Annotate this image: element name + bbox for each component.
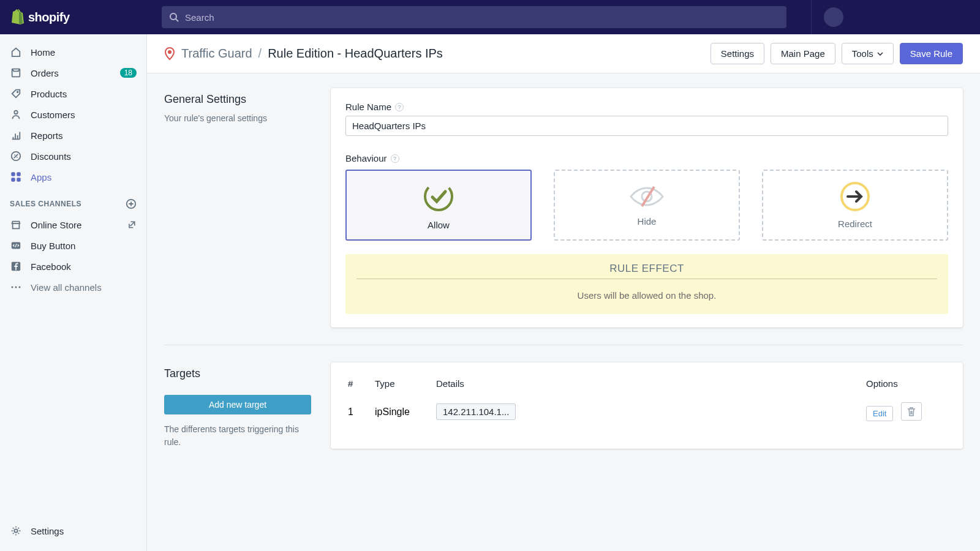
row-details: 142.211.104.1... [436, 407, 866, 418]
page-header: Traffic Guard / Rule Edition - HeadQuart… [147, 34, 980, 73]
general-settings-card: Rule Name? Behaviour? Allow Hide [331, 88, 963, 328]
home-icon [10, 46, 22, 58]
discount-icon [10, 150, 22, 162]
tag-icon [10, 88, 22, 100]
breadcrumb-sep: / [258, 47, 262, 61]
behaviour-label: Behaviour? [345, 153, 948, 163]
allow-check-icon [423, 181, 454, 212]
top-bar: shopify [0, 0, 980, 34]
col-num: # [348, 378, 375, 389]
behaviour-allow[interactable]: Allow [345, 170, 532, 241]
add-channel-icon[interactable] [126, 198, 137, 209]
targets-card: # Type Details Options 1 ipSingle 142.21… [331, 362, 963, 449]
brand-text: shopify [28, 10, 70, 24]
rule-name-input[interactable] [345, 116, 948, 136]
section-title: Targets [164, 367, 311, 380]
add-target-button[interactable]: Add new target [164, 395, 311, 414]
help-icon[interactable]: ? [395, 103, 404, 111]
main-page-button[interactable]: Main Page [771, 43, 835, 64]
search-field[interactable] [162, 6, 786, 28]
external-link-icon[interactable] [127, 220, 137, 230]
nav-apps[interactable]: Apps [0, 167, 146, 187]
breadcrumb: Traffic Guard / Rule Edition - HeadQuart… [164, 47, 443, 61]
nav-discounts[interactable]: Discounts [0, 146, 146, 167]
nav-label: Products [31, 89, 67, 99]
person-icon [10, 108, 22, 121]
behaviour-label-text: Redirect [838, 219, 872, 229]
search-input[interactable] [185, 12, 779, 23]
label-text: Rule Name [345, 102, 391, 112]
channels-heading: SALES CHANNELS [0, 187, 146, 214]
main-content: Traffic Guard / Rule Edition - HeadQuart… [147, 34, 980, 551]
save-rule-button[interactable]: Save Rule [900, 43, 963, 64]
tools-label: Tools [852, 48, 873, 59]
nav-customers[interactable]: Customers [0, 104, 146, 125]
view-all-channels[interactable]: View all channels [0, 277, 146, 298]
orders-icon [10, 67, 22, 79]
svg-point-3 [17, 91, 18, 92]
general-settings-heading: General Settings Your rule's general set… [164, 88, 311, 328]
effect-body: Users will be allowed on the shop. [356, 284, 937, 301]
chart-icon [10, 129, 22, 141]
svg-rect-6 [12, 173, 15, 176]
help-icon[interactable]: ? [391, 154, 399, 163]
svg-rect-9 [17, 178, 20, 181]
nav-home[interactable]: Home [0, 42, 146, 62]
nav-label: Settings [31, 526, 64, 536]
tools-dropdown[interactable]: Tools [842, 43, 894, 64]
channel-facebook[interactable]: Facebook [0, 256, 146, 277]
nav-reports[interactable]: Reports [0, 125, 146, 146]
rule-effect-box: RULE EFFECT Users will be allowed on the… [345, 254, 948, 314]
sidebar: Home Orders18 Products Customers Reports… [0, 34, 147, 551]
nav-settings[interactable]: Settings [0, 520, 146, 541]
brand-logo[interactable]: shopify [10, 9, 159, 25]
hide-eye-icon [627, 184, 666, 209]
app-name: Traffic Guard [181, 47, 252, 61]
nav-orders[interactable]: Orders18 [0, 62, 146, 83]
ip-chip: 142.211.104.1... [436, 403, 516, 420]
svg-rect-7 [17, 173, 20, 176]
search-icon [169, 12, 179, 22]
nav-label: Reports [31, 130, 63, 141]
avatar[interactable] [824, 7, 843, 27]
apps-icon [10, 171, 22, 183]
label-text: Behaviour [345, 153, 387, 163]
svg-point-4 [14, 111, 17, 114]
ellipsis-icon [10, 281, 22, 293]
section-divider [164, 345, 963, 345]
nav-products[interactable]: Products [0, 83, 146, 104]
behaviour-label-text: Allow [428, 220, 450, 230]
svg-line-1 [176, 19, 178, 21]
nav-label: View all channels [31, 282, 102, 293]
behaviour-redirect[interactable]: Redirect [762, 170, 948, 241]
svg-point-15 [19, 287, 21, 288]
topbar-divider [811, 0, 812, 34]
targets-footer-text: The differents targets triggering this r… [164, 423, 311, 449]
nav-label: Discounts [31, 151, 71, 162]
section-subtitle: Your rule's general settings [164, 112, 311, 125]
channel-online-store[interactable]: Online Store [0, 214, 146, 235]
settings-button[interactable]: Settings [710, 43, 764, 64]
chevron-down-icon [877, 52, 883, 56]
row-num: 1 [348, 407, 375, 418]
trash-icon [907, 407, 916, 416]
channels-label-text: SALES CHANNELS [10, 200, 81, 208]
header-actions: Settings Main Page Tools Save Rule [710, 43, 963, 64]
svg-point-14 [15, 287, 17, 288]
section-title: General Settings [164, 93, 311, 106]
edit-target-button[interactable]: Edit [866, 406, 893, 421]
col-type: Type [375, 378, 436, 389]
channel-buy-button[interactable]: Buy Button [0, 235, 146, 256]
nav-label: Apps [31, 172, 51, 182]
behaviour-hide[interactable]: Hide [554, 170, 740, 241]
targets-heading: Targets Add new target The differents ta… [164, 362, 311, 449]
redirect-arrow-icon [840, 182, 870, 211]
page-title: Rule Edition - HeadQuarters IPs [268, 47, 443, 61]
svg-point-13 [12, 287, 13, 288]
col-details: Details [436, 378, 866, 389]
targets-table-header: # Type Details Options [345, 371, 948, 396]
delete-target-button[interactable] [901, 402, 922, 421]
orders-badge: 18 [120, 68, 137, 78]
shopify-bag-icon [10, 9, 24, 25]
effect-title: RULE EFFECT [356, 263, 937, 279]
